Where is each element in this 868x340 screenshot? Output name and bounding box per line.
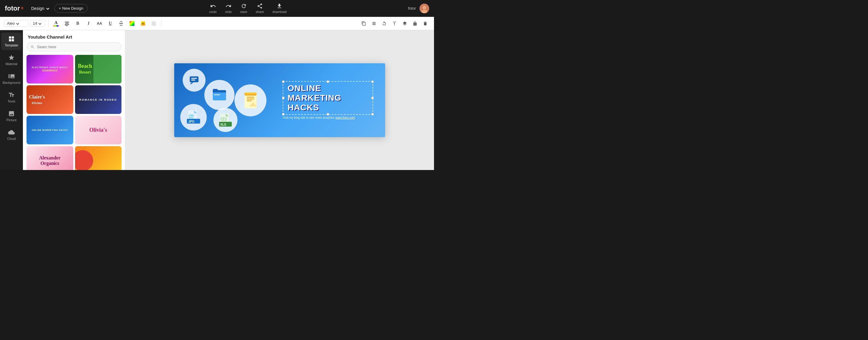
handle-mr [371,97,374,99]
copy-button[interactable] [359,19,368,28]
arrange-button[interactable] [370,19,378,28]
lock-icon [412,21,417,26]
svg-rect-13 [214,94,220,95]
text-color-button[interactable]: A [52,19,61,28]
top-right: fotor [408,4,429,13]
folder-icon [212,87,227,103]
spacing-button[interactable] [117,19,126,28]
background-icon [8,73,15,80]
handle-bl [282,113,284,116]
svg-text:JPG: JPG [188,120,194,123]
avatar[interactable] [420,4,429,13]
canvas[interactable]: JPG [174,63,385,137]
layers-button[interactable] [400,19,409,28]
svg-rect-8 [190,76,198,82]
svg-rect-23 [247,99,254,99]
sidebar-item-texts-label: Texts [7,99,16,103]
jpg-icon: JPG [187,110,200,125]
svg-marker-9 [190,82,193,85]
template-card[interactable]: BeachResort [75,55,122,84]
title-selection-box: ONLINE MARKETING HACKS [283,81,373,115]
opacity-icon [152,22,156,26]
sidebar-item-texts[interactable]: Texts [1,89,22,106]
arrange-icon [372,21,376,26]
cloud-icon [8,129,15,136]
template-card[interactable]: Olivia's [75,116,122,144]
download-icon [276,3,282,9]
jpg-circle: JPG [180,104,207,130]
font-size-select[interactable]: 14 [30,20,45,27]
sidebar-item-cloud[interactable]: Cloud [1,126,22,144]
handle-tm [327,81,329,83]
archive-icon [242,91,259,110]
search-input[interactable] [37,44,118,49]
sidebar-item-background[interactable]: Background [1,70,22,87]
xls-circle: XLS [213,108,238,132]
canvas-subtitle-link[interactable]: www.fotor.com [336,116,355,119]
underline-button[interactable]: U [106,19,115,28]
italic-button[interactable]: I [84,19,93,28]
delete-icon [423,21,428,26]
sidebar-item-template-label: Template [5,43,19,47]
handle-bm [327,113,329,116]
background-opacity-button[interactable] [149,19,158,28]
template-card[interactable]: ELECTRONIC DANCE MUSIC EDMIMIXES [27,55,73,84]
lock-button[interactable] [410,19,420,28]
svg-rect-11 [191,80,195,81]
undo-button[interactable]: undo [209,3,216,13]
template-card[interactable]: AlexanderOrganics [27,146,73,170]
design-button[interactable]: Design [28,4,52,13]
svg-rect-7 [119,23,123,24]
canvas-title[interactable]: ONLINE MARKETING HACKS [287,84,368,113]
logo: fotor® [5,4,23,12]
search-icon [30,45,35,49]
undo-icon [210,3,216,9]
redo-button[interactable]: redo [225,3,232,13]
logo-sup: ® [21,7,23,10]
palette-icon [130,21,134,26]
font-family-select[interactable]: Aleo [4,20,28,27]
main-content: Template Material Background Texts Pictu… [0,30,434,170]
template-icon [8,36,15,42]
share-button[interactable]: share [255,3,264,13]
toolbar-right [359,19,430,28]
svg-rect-5 [65,24,69,25]
font-chevron-icon [16,22,19,25]
sidebar-item-picture-label: Picture [6,118,17,122]
size-chevron-icon [38,22,41,25]
sidebar-item-material-label: Material [5,62,17,66]
template-card[interactable]: Claire'sKitchen [27,85,73,114]
save-button[interactable]: save [240,3,247,13]
align-distribute-button[interactable] [390,19,399,28]
sidebar-item-material[interactable]: Material [1,51,22,69]
canvas-icons: JPG [174,63,283,137]
template-card[interactable]: ONLINE MARKETING HACKS [27,116,73,144]
canvas-area: JPG [125,30,434,170]
redo-icon [225,3,231,9]
highlight-button[interactable]: A [138,19,147,28]
svg-rect-21 [245,93,256,94]
separator [48,20,49,27]
template-card[interactable]: ROMANCE IN RODEO [75,85,122,114]
sidebar-item-template[interactable]: Template [1,33,22,50]
bold-button[interactable]: B [73,19,82,28]
rotate-button[interactable] [380,19,389,28]
template-card[interactable]: SUBSCRIBE TO MY CHANNEL [75,146,122,170]
new-design-button[interactable]: + New Design [54,4,88,13]
svg-point-1 [423,6,426,9]
sidebar: Template Material Background Texts Pictu… [0,30,23,170]
download-button[interactable]: download [273,3,287,13]
handle-br [371,113,374,116]
align-icon [64,21,69,26]
font-case-button[interactable]: AA [95,19,104,28]
align-button[interactable] [62,19,71,28]
text-color-palette-button[interactable] [127,19,136,28]
search-bar[interactable] [27,42,121,51]
text-toolbar: Aleo 14 A B I AA U A [0,17,434,30]
delete-button[interactable] [421,19,430,28]
panel-title: Youtube Channel Art [23,30,125,42]
avatar-image [420,4,429,13]
layers-icon [402,21,407,26]
sidebar-item-background-label: Background [3,81,21,84]
sidebar-item-picture[interactable]: Picture [1,107,22,125]
